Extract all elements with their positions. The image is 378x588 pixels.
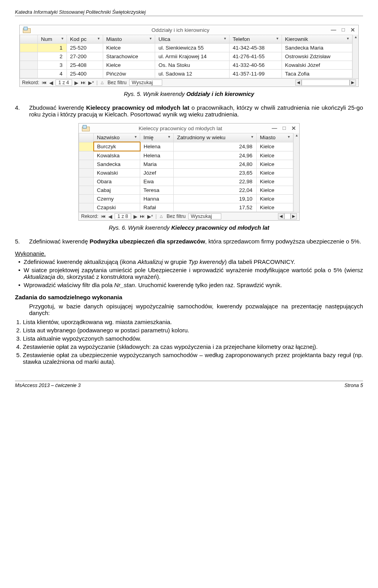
col-num[interactable]: Num▾ [38,35,67,44]
cell[interactable]: Kielce [103,44,155,52]
cell[interactable]: 27-200 [67,52,103,61]
scroll-right-icon[interactable]: ▶ [350,79,356,86]
minimize-icon[interactable]: — [331,27,336,33]
cell[interactable]: Ewa [140,177,174,186]
cell[interactable]: Rafał [140,203,174,212]
cell[interactable]: ul. Armii Krajowej 14 [155,52,230,61]
cell[interactable]: 22,04 [174,186,257,195]
col-kierownik[interactable]: Kierownik▾ [282,35,352,44]
nav-first-icon[interactable]: ⏮ [42,80,47,85]
col-kod[interactable]: Kod pc▾ [67,35,103,44]
col-telefon[interactable]: Telefon▾ [229,35,282,44]
cell[interactable]: ul. Sadowa 12 [155,70,230,78]
cell[interactable]: Kielce [257,203,293,212]
cell[interactable]: Obara [94,177,140,186]
cell[interactable]: Kielce [257,177,293,186]
cell[interactable]: Józef [140,169,174,177]
col-ulica[interactable]: Ulica▾ [155,35,230,44]
cell[interactable]: Kielce [257,195,293,203]
cell[interactable]: 2 [38,52,67,61]
cell[interactable]: 19,10 [174,195,257,203]
cell[interactable]: Kielce [257,151,293,160]
record-position[interactable]: 1 z 4 [56,79,72,86]
nav-new-icon[interactable]: ▶* [88,80,94,86]
col-miasto[interactable]: Miasto▾ [103,35,155,44]
cell[interactable]: Maria [140,160,174,169]
cell[interactable]: Hanna [140,195,174,203]
cell[interactable]: Kielce [257,160,293,169]
table-row[interactable]: 1 25-520 Kielce ul. Sienkiewicza 55 41-3… [20,44,352,52]
cell[interactable]: Kielce [257,186,293,195]
record-position[interactable]: 1 z 8 [115,213,131,219]
cell[interactable]: 41-357-11-99 [229,70,282,78]
cell[interactable]: Czerny [94,195,140,203]
cell[interactable]: Sandecka Maria [282,44,352,52]
table-row[interactable]: Czapski Rafał 17,52 Kielce [79,203,293,212]
table-row[interactable]: Kowalski Józef 23,65 Kielce [79,169,293,177]
horizontal-scrollbar[interactable]: ◀ ▶ [295,79,356,86]
table-row[interactable]: 2 27-200 Starachowice ul. Armii Krajowej… [20,52,352,61]
nav-new-icon[interactable]: ▶* [147,214,153,219]
cell[interactable]: Cabaj [94,186,140,195]
close-icon[interactable]: ✕ [291,125,296,131]
cell[interactable]: Pińczów [103,70,155,78]
vertical-scrollbar[interactable]: ▴ [293,133,299,212]
table-row[interactable]: Cabaj Teresa 22,04 Kielce [79,186,293,195]
col-miasto[interactable]: Miasto▾ [257,133,293,142]
cell[interactable]: Helena [140,142,174,151]
cell[interactable]: 4 [38,70,67,78]
col-zatrudniony[interactable]: Zatrudniony w wieku▾ [174,133,257,142]
cell[interactable]: 24,98 [174,142,257,151]
nav-prev-icon[interactable]: ◀ [108,214,112,219]
nav-next-icon[interactable]: ▶ [133,214,137,219]
cell[interactable]: Starachowice [103,52,155,61]
cell[interactable]: Kielce [103,61,155,70]
cell[interactable]: 25-400 [67,70,103,78]
cell[interactable]: 41-342-45-38 [229,44,282,52]
cell[interactable]: Helena [140,151,174,160]
nav-last-icon[interactable]: ⏭ [140,214,145,219]
cell[interactable]: Taca Zofia [282,70,352,78]
cell[interactable]: Kielce [257,169,293,177]
table-row[interactable]: Obara Ewa 22,98 Kielce [79,177,293,186]
horizontal-scrollbar[interactable]: ◀ ▶ [278,213,297,219]
filter-icon[interactable]: 🜂 [159,214,164,219]
table-row[interactable]: Czerny Hanna 19,10 Kielce [79,195,293,203]
filter-icon[interactable]: 🜂 [100,80,105,85]
cell[interactable]: Kowalski [94,169,140,177]
cell[interactable]: 25-520 [67,44,103,52]
cell[interactable]: Czapski [94,203,140,212]
cell[interactable]: Teresa [140,186,174,195]
cell[interactable]: 3 [38,61,67,70]
vertical-scrollbar[interactable]: ▴ [352,35,358,78]
nav-next-icon[interactable]: ▶ [74,80,78,86]
maximize-icon[interactable]: □ [342,27,345,33]
scroll-right-icon[interactable]: ▶ [291,213,297,219]
cell[interactable]: ul. Sienkiewicza 55 [155,44,230,52]
cell[interactable]: 41-276-41-55 [229,52,282,61]
cell[interactable]: 23,65 [174,169,257,177]
scroll-left-icon[interactable]: ◀ [295,79,302,86]
cell[interactable]: 41-332-40-56 [229,61,282,70]
table-row[interactable]: Kowalska Helena 24,96 Kielce [79,151,293,160]
cell[interactable]: Kielce [257,142,293,151]
close-icon[interactable]: ✕ [350,27,355,33]
nav-first-icon[interactable]: ⏮ [101,214,106,219]
nav-prev-icon[interactable]: ◀ [49,80,53,86]
selected-cell[interactable]: Burczyk [94,142,140,151]
cell[interactable]: 1 [38,44,67,52]
maximize-icon[interactable]: □ [283,125,286,131]
cell[interactable]: Kowalski Józef [282,61,352,70]
cell[interactable]: Kowalska [94,151,140,160]
cell[interactable]: Ostrowski Zdzisław [282,52,352,61]
cell[interactable]: Os. Na Stoku [155,61,230,70]
table-row[interactable]: Sandecka Maria 24,80 Kielce [79,160,293,169]
cell[interactable]: 25-408 [67,61,103,70]
cell[interactable]: 24,80 [174,160,257,169]
scroll-left-icon[interactable]: ◀ [278,213,284,219]
minimize-icon[interactable]: — [272,125,277,131]
table-row[interactable]: 4 25-400 Pińczów ul. Sadowa 12 41-357-11… [20,70,352,78]
search-input[interactable]: Wyszukaj [188,213,221,219]
col-nazwisko[interactable]: Nazwisko▾ [94,133,140,142]
cell[interactable]: 24,96 [174,151,257,160]
